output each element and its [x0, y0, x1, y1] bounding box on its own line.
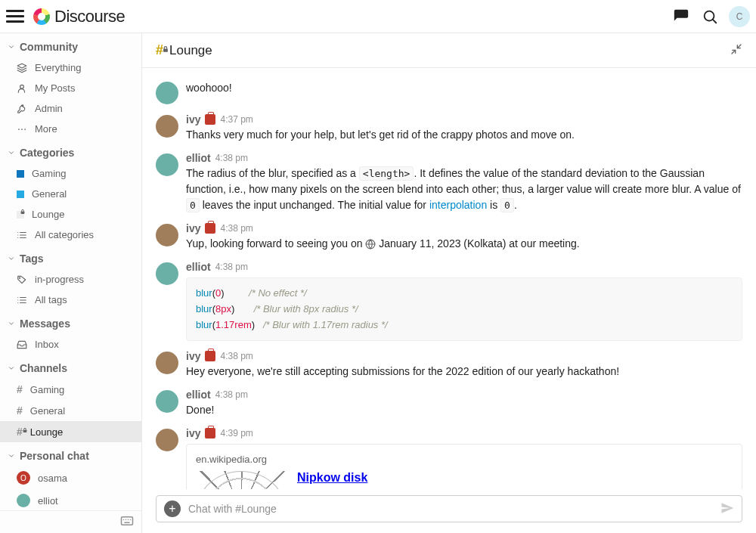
- section-categories[interactable]: Categories: [0, 139, 141, 163]
- nav-label: in-progress: [35, 274, 84, 285]
- message-avatar[interactable]: [156, 115, 178, 138]
- message-author[interactable]: elliot: [186, 152, 211, 164]
- main-chat: # Lounge woohooo!: [142, 33, 756, 533]
- sidebar-tag-in-progress[interactable]: in-progress: [0, 269, 141, 290]
- sidebar-dm-elliot[interactable]: elliot: [0, 489, 141, 510]
- code-arg: 1.17rem: [215, 319, 252, 330]
- sidebar-all-categories[interactable]: All categories: [0, 225, 141, 245]
- composer: +: [156, 495, 742, 522]
- message-avatar[interactable]: [156, 153, 178, 176]
- nav-label: My Posts: [35, 82, 75, 94]
- message-avatar[interactable]: [156, 82, 178, 104]
- chat-message[interactable]: elliot 4:38 pm Done!: [156, 389, 742, 418]
- sidebar-all-tags[interactable]: All tags: [0, 290, 141, 310]
- text-part: Yup, looking forward to seeing you on: [186, 237, 365, 249]
- message-avatar[interactable]: [156, 224, 178, 246]
- send-icon[interactable]: [720, 501, 734, 517]
- chat-message[interactable]: elliot 4:38 pm blur(0) /* No effect */ b…: [156, 261, 742, 341]
- sidebar-category-general[interactable]: General: [0, 184, 141, 204]
- message-avatar[interactable]: [156, 390, 178, 413]
- current-user-avatar[interactable]: C: [729, 6, 750, 27]
- nav-label: Lounge: [30, 426, 63, 438]
- section-community[interactable]: Community: [0, 33, 141, 57]
- text-part: leaves the input unchanged. The initial …: [200, 199, 429, 211]
- list-icon: [17, 295, 27, 305]
- nav-label: Admin: [35, 103, 63, 114]
- message-body: ivy 4:38 pm Hey everyone, we're still ac…: [186, 350, 742, 380]
- sidebar-dm-osama[interactable]: O osama: [0, 466, 141, 489]
- svg-point-3: [20, 85, 24, 88]
- sidebar-item-my-posts[interactable]: My Posts: [0, 78, 141, 98]
- sidebar-item-inbox[interactable]: Inbox: [0, 334, 141, 355]
- chat-message[interactable]: ivy 4:37 pm Thanks very much for your he…: [156, 113, 742, 143]
- message-author[interactable]: ivy: [186, 350, 200, 362]
- message-timestamp: 4:38 pm: [220, 223, 253, 234]
- message-list[interactable]: woohooo! ivy 4:37 pm Thanks very much fo…: [142, 68, 756, 489]
- section-personal-chat[interactable]: Personal chat: [0, 442, 141, 466]
- hamburger-menu-button[interactable]: [6, 7, 24, 26]
- section-title: Categories: [20, 147, 74, 159]
- message-body: elliot 4:38 pm blur(0) /* No effect */ b…: [186, 261, 742, 341]
- section-messages[interactable]: Messages: [0, 310, 141, 334]
- sidebar-item-everything[interactable]: Everything: [0, 57, 141, 78]
- section-channels[interactable]: Channels: [0, 355, 141, 379]
- sidebar-channel-general[interactable]: # General: [0, 400, 141, 421]
- sidebar-category-lounge[interactable]: Lounge: [0, 204, 141, 225]
- message-author[interactable]: ivy: [186, 427, 200, 439]
- code-inline: 0: [500, 198, 514, 212]
- onebox-title[interactable]: Nipkow disk: [297, 471, 733, 485]
- svg-rect-7: [21, 211, 25, 213]
- brand-logo[interactable]: Discourse: [32, 7, 125, 26]
- chat-message[interactable]: ivy 4:38 pm Hey everyone, we're still ac…: [156, 350, 742, 380]
- nav-label: Lounge: [32, 209, 64, 220]
- nav-label: elliot: [38, 495, 58, 507]
- message-text: The radius of the blur, specified as a <…: [186, 166, 742, 213]
- message-author[interactable]: ivy: [186, 113, 200, 126]
- composer-input[interactable]: [188, 503, 713, 515]
- section-tags[interactable]: Tags: [0, 245, 141, 269]
- sidebar-category-gaming[interactable]: Gaming: [0, 163, 141, 184]
- message-author[interactable]: elliot: [186, 261, 211, 273]
- composer-plus-button[interactable]: +: [164, 500, 181, 517]
- code-comment: /* Blur with 8px radius */: [254, 303, 358, 315]
- message-timestamp: 4:39 pm: [220, 428, 253, 438]
- text-part: The radius of the blur, specified as a: [186, 167, 359, 179]
- topbar-left: Discourse: [6, 7, 125, 26]
- nav-label: Everything: [35, 62, 81, 73]
- sidebar-item-more[interactable]: More: [0, 119, 141, 139]
- search-icon[interactable]: [700, 7, 720, 26]
- chat-message[interactable]: ivy 4:39 pm en.wikipedia.org Nipkow disk: [156, 427, 742, 489]
- topbar-right: C: [671, 6, 750, 27]
- svg-rect-21: [23, 430, 26, 432]
- sidebar-channel-lounge[interactable]: # Lounge: [0, 421, 141, 442]
- message-author[interactable]: elliot: [186, 389, 211, 401]
- sidebar-item-admin[interactable]: Admin: [0, 98, 141, 119]
- chat-icon[interactable]: [671, 7, 691, 26]
- briefcase-icon: [205, 351, 215, 361]
- message-avatar[interactable]: [156, 262, 178, 285]
- chat-message[interactable]: elliot 4:38 pm The radius of the blur, s…: [156, 152, 742, 213]
- lock-icon: [20, 206, 26, 217]
- chat-message[interactable]: ivy 4:38 pm Yup, looking forward to seei…: [156, 222, 742, 252]
- message-avatar[interactable]: [156, 429, 178, 451]
- message-avatar[interactable]: [156, 352, 178, 374]
- sidebar-channel-gaming[interactable]: # Gaming: [0, 379, 141, 400]
- chat-message[interactable]: woohooo!: [156, 80, 742, 104]
- formatted-date[interactable]: January 11, 2023 (Kolkata): [379, 237, 506, 249]
- chevron-down-icon: [8, 364, 15, 372]
- category-color-swatch: [17, 191, 24, 198]
- onebox-card[interactable]: en.wikipedia.org Nipkow disk A Nipkow di…: [186, 444, 742, 489]
- message-author[interactable]: ivy: [186, 222, 200, 234]
- chevron-down-icon: [8, 43, 15, 51]
- keyboard-shortcuts-button[interactable]: [0, 510, 141, 533]
- message-body: ivy 4:37 pm Thanks very much for your he…: [186, 113, 742, 143]
- onebox-title-link[interactable]: Nipkow disk: [297, 471, 367, 484]
- interpolation-link[interactable]: interpolation: [429, 199, 487, 211]
- code-block[interactable]: blur(0) /* No effect */ blur(8px) /* Blu…: [186, 277, 742, 341]
- code-comment: /* No effect */: [249, 287, 307, 299]
- message-header: ivy 4:38 pm: [186, 350, 742, 362]
- channel-title[interactable]: # Lounge: [156, 42, 212, 58]
- collapse-icon[interactable]: [730, 43, 742, 57]
- nav-label: All categories: [35, 229, 94, 240]
- section-title: Messages: [20, 318, 70, 330]
